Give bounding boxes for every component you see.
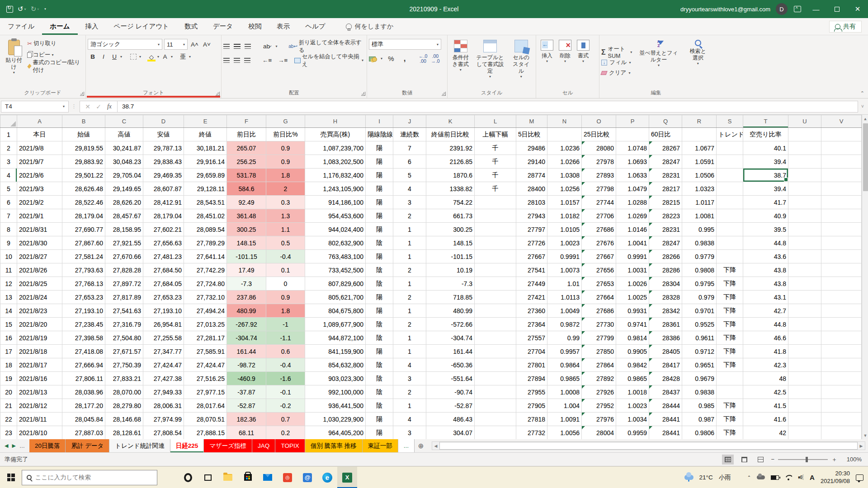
cell[interactable]: 28215	[649, 196, 682, 209]
cell[interactable]: 2	[393, 385, 426, 399]
cell[interactable]: 0.979	[682, 291, 717, 304]
cell[interactable]: 27667	[582, 250, 616, 263]
cell[interactable]: 936,441,500	[305, 399, 366, 413]
cell[interactable]: 下降	[717, 426, 743, 440]
cell[interactable]: 27744	[582, 196, 616, 209]
format-painter-button[interactable]: 書式のコピー/貼り付け	[26, 61, 84, 72]
tell-me-box[interactable]: 何をしますか	[346, 23, 394, 31]
cell[interactable]: 27893	[582, 169, 616, 182]
align-center-icon[interactable]	[234, 58, 240, 63]
cell[interactable]: 陽	[366, 304, 393, 318]
cell[interactable]: 1.0023	[547, 236, 582, 250]
cell[interactable]: 1.0034	[616, 413, 649, 426]
cell[interactable]: 0.9838	[682, 236, 717, 250]
cell[interactable]: 2021/8/30	[17, 236, 62, 250]
cell[interactable]: 0.985	[682, 399, 717, 413]
cell[interactable]: 27926	[582, 385, 616, 399]
cell[interactable]: 265.07	[227, 141, 266, 155]
cell[interactable]: 854,632,800	[305, 358, 366, 372]
cell[interactable]: 2021/8/20	[17, 318, 62, 331]
cell[interactable]: 1.0049	[547, 304, 582, 318]
cell[interactable]: 1	[393, 250, 426, 263]
cell[interactable]: 1	[393, 345, 426, 358]
ribbon-tab-7[interactable]: 表示	[269, 18, 297, 35]
cell[interactable]	[717, 250, 743, 263]
horizontal-scrollbar[interactable]: ◀ ▶	[432, 441, 865, 450]
cell[interactable]: -52.87	[426, 399, 475, 413]
cell[interactable]: 28286	[649, 263, 682, 277]
cell[interactable]: 914,186,100	[305, 196, 366, 209]
zoom-slider[interactable]: − ＋	[771, 455, 837, 464]
cell[interactable]: 28400	[516, 182, 547, 196]
cell[interactable]: 0.3	[266, 196, 305, 209]
cell[interactable]: 1.0031	[616, 263, 649, 277]
cell[interactable]: 27,653.23	[143, 291, 184, 304]
cell[interactable]: 27,921.55	[105, 236, 143, 250]
cell[interactable]: 27,481.23	[143, 250, 184, 263]
cell[interactable]: 陽	[366, 426, 393, 440]
cell[interactable]: 陽	[366, 250, 393, 263]
cell[interactable]: 28,070.00	[105, 385, 143, 399]
cell[interactable]: 27,897.72	[105, 277, 143, 291]
cell[interactable]: 1.01	[547, 277, 582, 291]
cell[interactable]: 1,243,105,900	[305, 182, 366, 196]
cell[interactable]	[475, 345, 516, 358]
file-explorer-icon[interactable]	[218, 467, 238, 488]
undo-button[interactable]: ↺˅	[18, 5, 26, 13]
cell[interactable]: 1.0157	[547, 196, 582, 209]
cell[interactable]: 1,030,229,900	[305, 413, 366, 426]
cell[interactable]: 3	[393, 196, 426, 209]
format-cells-button[interactable]: 書式▾	[574, 37, 592, 88]
cell[interactable]: 0.9991	[547, 250, 582, 263]
cell[interactable]: -101.15	[227, 250, 266, 263]
cell[interactable]: 28,412.91	[143, 196, 184, 209]
restore-button[interactable]	[826, 0, 847, 18]
cell[interactable]: 0	[266, 277, 305, 291]
cell[interactable]	[717, 169, 743, 182]
cell[interactable]: 46.6	[743, 331, 788, 345]
cell[interactable]: 42	[743, 426, 788, 440]
cell[interactable]: 763,483,100	[305, 250, 366, 263]
column-header-D[interactable]: D	[143, 115, 184, 128]
cell[interactable]	[821, 413, 862, 426]
header-cell[interactable]: 始値	[62, 128, 105, 141]
cell[interactable]: 841,159,900	[305, 345, 366, 358]
cell[interactable]: 陽	[366, 413, 393, 426]
cell[interactable]: 300.25	[426, 223, 475, 236]
sheet-tab-3[interactable]: 日経225	[170, 439, 204, 452]
cell[interactable]: 39.4	[743, 155, 788, 169]
cell[interactable]	[475, 331, 516, 345]
cell[interactable]: 27,255.58	[143, 331, 184, 345]
cell[interactable]: 2021/9/1	[17, 209, 62, 223]
borders-button[interactable]	[128, 52, 138, 62]
cell[interactable]: 27,793.63	[62, 263, 105, 277]
zoom-out-icon[interactable]: −	[771, 456, 774, 463]
cell[interactable]: 1	[393, 399, 426, 413]
cell[interactable]	[717, 196, 743, 209]
cell[interactable]: 0.9905	[616, 345, 649, 358]
row-header-22[interactable]: 22	[0, 413, 17, 426]
insert-function-button[interactable]: fx	[104, 103, 114, 110]
cell[interactable]	[788, 291, 821, 304]
cell[interactable]: 1.0236	[547, 141, 582, 155]
cell[interactable]: 陽	[366, 196, 393, 209]
cell[interactable]: 1.0256	[547, 182, 582, 196]
weather-desc[interactable]: 小雨	[719, 474, 731, 482]
cell[interactable]: 0.995	[682, 223, 717, 236]
cell[interactable]: 2021/8/25	[17, 277, 62, 291]
cell[interactable]	[788, 196, 821, 209]
cell[interactable]: 27541	[516, 263, 547, 277]
cut-button[interactable]: ✂切り取り	[26, 38, 84, 49]
cell[interactable]: 27421	[516, 291, 547, 304]
cell[interactable]	[475, 223, 516, 236]
cell[interactable]: 27,347.77	[143, 345, 184, 358]
cell[interactable]: 39.5	[743, 223, 788, 236]
cell[interactable]: 4	[393, 182, 426, 196]
cell[interactable]: 28,607.87	[143, 182, 184, 196]
cell[interactable]: 1.0023	[616, 399, 649, 413]
cell[interactable]: 27,504.80	[105, 331, 143, 345]
cell[interactable]: 1,087,239,700	[305, 141, 366, 155]
avatar[interactable]: D	[776, 3, 788, 15]
cell[interactable]: 陰	[366, 399, 393, 413]
cell[interactable]: 1.0026	[616, 277, 649, 291]
